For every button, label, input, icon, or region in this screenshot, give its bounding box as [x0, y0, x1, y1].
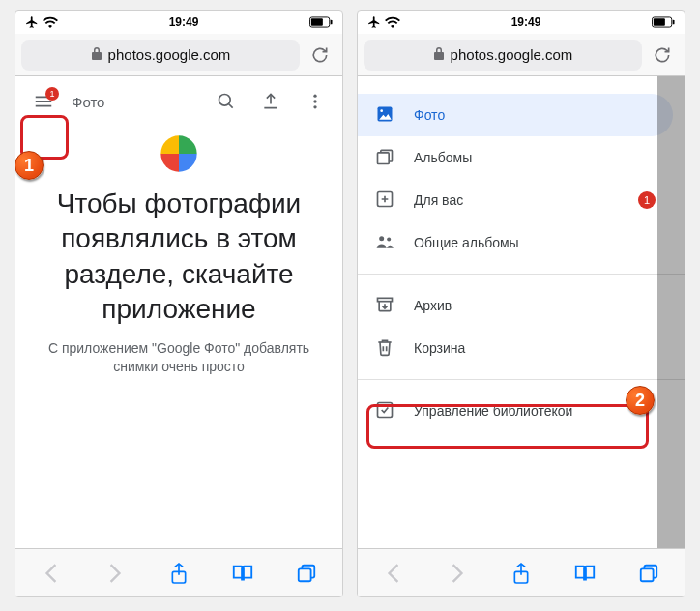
svg-point-5	[313, 95, 316, 98]
url-text: photos.google.com	[108, 46, 231, 63]
menu-item-trash[interactable]: Корзина	[358, 327, 673, 369]
status-bar: 19:49	[15, 11, 342, 34]
battery-icon	[309, 16, 333, 28]
photos-icon	[375, 104, 394, 127]
wifi-icon	[43, 16, 58, 28]
tabs-button[interactable]	[626, 554, 672, 593]
share-button[interactable]	[156, 554, 202, 593]
search-button[interactable]	[209, 84, 244, 119]
promo-heading: Чтобы фотографии появлялись в этом разде…	[29, 187, 329, 328]
archive-icon	[375, 295, 394, 317]
svg-rect-22	[641, 568, 654, 581]
url-text: photos.google.com	[451, 46, 573, 63]
menu-label: Фото	[414, 107, 445, 123]
battery-icon	[652, 16, 675, 28]
app-toolbar: 1 Фото	[15, 76, 342, 127]
reload-button[interactable]	[304, 39, 336, 72]
menu-label: Альбомы	[414, 150, 472, 165]
trash-icon	[375, 337, 394, 360]
share-button[interactable]	[498, 554, 544, 593]
menu-item-albums[interactable]: Альбомы	[358, 136, 673, 179]
status-time: 19:49	[169, 15, 199, 29]
more-button[interactable]	[298, 84, 333, 119]
svg-rect-11	[673, 20, 675, 25]
page-title: Фото	[72, 94, 104, 110]
forward-button[interactable]	[434, 554, 481, 593]
manage-icon	[375, 400, 394, 422]
url-field[interactable]: photos.google.com	[364, 40, 642, 71]
svg-rect-20	[378, 402, 393, 417]
menu-label: Для вас	[414, 192, 463, 208]
bookmarks-button[interactable]	[219, 554, 266, 593]
menu-item-archive[interactable]: Архив	[358, 284, 673, 327]
safari-toolbar	[15, 548, 342, 596]
forward-button[interactable]	[92, 554, 138, 593]
menu-button[interactable]: 1	[25, 83, 62, 120]
back-button[interactable]	[28, 554, 74, 593]
svg-point-17	[379, 236, 384, 241]
shared-icon	[375, 232, 394, 254]
svg-point-14	[380, 109, 383, 112]
promo-subtext: С приложением "Google Фото" добавлять сн…	[29, 339, 329, 377]
tabs-button[interactable]	[283, 554, 330, 593]
browser-address-bar: photos.google.com	[358, 34, 685, 76]
svg-point-6	[313, 100, 316, 102]
drawer-panel: Фото Альбомы Для вас 1 Общие альбомы	[358, 76, 685, 548]
svg-rect-19	[378, 298, 393, 301]
url-field[interactable]: photos.google.com	[21, 40, 300, 71]
bookmarks-button[interactable]	[562, 554, 608, 593]
main-content: Чтобы фотографии появлялись в этом разде…	[15, 127, 342, 548]
svg-line-4	[229, 104, 233, 108]
reload-button[interactable]	[646, 39, 679, 72]
svg-rect-12	[654, 18, 665, 25]
airplane-icon	[367, 15, 381, 29]
drawer-scrim[interactable]	[657, 76, 685, 548]
back-button[interactable]	[370, 554, 417, 593]
svg-rect-15	[378, 152, 390, 163]
wifi-icon	[385, 16, 400, 28]
menu-badge: 1	[45, 87, 59, 101]
status-bar: 19:49	[358, 11, 685, 34]
menu-item-shared[interactable]: Общие альбомы	[358, 221, 673, 264]
lock-icon	[91, 46, 102, 63]
svg-point-3	[219, 95, 231, 106]
status-time: 19:49	[511, 15, 541, 29]
google-photos-logo-icon	[152, 127, 206, 181]
browser-address-bar: photos.google.com	[15, 34, 342, 76]
phone-right: 19:49 photos.google.com Фото	[357, 10, 685, 597]
svg-point-18	[387, 237, 391, 241]
callout-badge-2: 2	[626, 386, 655, 415]
phone-left: 19:49 photos.google.com 1 Фото	[15, 10, 343, 597]
menu-item-photos[interactable]: Фото	[358, 94, 673, 136]
menu-label: Управление библиотекой	[414, 403, 572, 419]
menu-separator	[358, 379, 685, 380]
menu-separator	[358, 274, 685, 275]
menu-label: Общие альбомы	[414, 235, 519, 250]
menu-label: Архив	[414, 298, 452, 313]
foryou-badge: 1	[638, 191, 656, 209]
albums-icon	[375, 147, 394, 169]
lock-icon	[433, 46, 445, 63]
svg-rect-9	[299, 568, 311, 581]
safari-toolbar	[358, 548, 685, 596]
airplane-icon	[25, 15, 39, 29]
svg-point-7	[313, 105, 316, 108]
menu-item-foryou[interactable]: Для вас 1	[358, 179, 673, 221]
upload-button[interactable]	[253, 84, 288, 119]
foryou-icon	[375, 189, 394, 212]
callout-badge-1: 1	[15, 151, 44, 180]
menu-label: Корзина	[414, 340, 465, 356]
svg-rect-1	[331, 20, 333, 25]
svg-rect-2	[311, 18, 323, 25]
